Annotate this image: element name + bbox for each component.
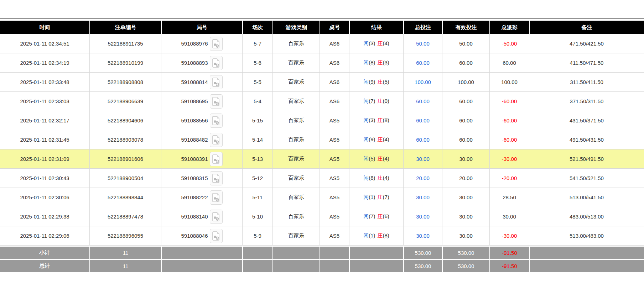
cell-valid-bet: 50.00 [442,34,489,53]
cell-bet-id: 522188896055 [89,226,161,246]
column-header-game-type: 游戏类别 [272,21,320,34]
round-id-text: 591088976 [181,41,208,47]
cell-result: 闲(3)庄(8) [349,111,403,130]
player-result: 闲(1) [363,194,375,200]
cell-game-type: 百家乐 [272,149,320,169]
table-row[interactable]: 2025-01-11 02:31:45 522188903078 5910884… [0,130,644,149]
round-id-text: 591088556 [181,117,208,123]
table-row[interactable]: 2025-01-11 02:34:19 522188910199 5910888… [0,53,644,73]
cell-round-id: 591088976 [161,34,242,53]
video-replay-button[interactable] [210,114,223,128]
banker-result: 庄(4) [378,156,389,162]
summary-count: 11 [89,259,161,272]
cell-time: 2025-01-11 02:29:38 [0,207,89,226]
video-replay-button[interactable] [210,37,223,51]
cell-session: 5-4 [242,92,272,111]
banker-score: (8) [383,117,389,123]
table-row[interactable]: 2025-01-11 02:29:38 522188897478 5910881… [0,207,644,226]
cell-remark: 521.50/491.50 [529,149,644,169]
cell-game-type: 百家乐 [272,34,320,53]
cell-bet-id: 522188903078 [89,130,161,149]
player-result: 闲(3) [363,117,375,123]
cell-round-id: 591088695 [161,92,242,111]
banker-result: 庄(5) [378,79,389,85]
summary-payout: -91.50 [489,259,529,272]
player-label: 闲 [363,117,369,123]
cell-time: 2025-01-11 02:31:45 [0,130,89,149]
table-row[interactable]: 2025-01-11 02:30:06 522188898844 5910882… [0,188,644,207]
banker-result: 庄(3) [378,59,389,65]
video-replay-button[interactable] [210,133,223,147]
player-score: (8) [369,175,375,181]
video-replay-button[interactable] [210,229,223,243]
cell-bet-id: 522188910199 [89,53,161,73]
summary-total-bet: 530.00 [403,259,442,272]
column-header-round-id: 局号 [161,21,242,34]
cell-session: 5-9 [242,226,272,246]
cell-payout: -30.00 [489,149,529,169]
summary-empty [272,246,320,259]
banker-label: 庄 [378,136,383,142]
cell-remark: 431.50/371.50 [529,111,644,130]
cell-bet-id: 522188901606 [89,149,161,169]
cell-session: 5-7 [242,34,272,53]
cell-round-id: 591088046 [161,226,242,246]
video-file-icon [212,116,220,125]
player-result: 闲(8) [363,59,375,65]
summary-empty [242,246,272,259]
video-file-icon [212,58,220,68]
cell-total-bet: 60.00 [403,130,442,149]
column-header-time: 时间 [0,21,89,34]
column-header-session: 场次 [242,21,272,34]
cell-remark: 371.50/311.50 [529,92,644,111]
cell-remark: 513.00/541.50 [529,188,644,207]
round-id-text: 591088222 [181,194,208,200]
cell-game-type: 百家乐 [272,73,320,92]
table-row[interactable]: 2025-01-11 02:30:43 522188900504 5910883… [0,169,644,188]
video-replay-button[interactable] [210,56,223,70]
table-row[interactable]: 2025-01-11 02:33:03 522188906639 5910886… [0,92,644,111]
player-label: 闲 [363,136,369,142]
table-row[interactable]: 2025-01-11 02:32:17 522188904606 5910885… [0,111,644,130]
table-row[interactable]: 2025-01-11 02:31:09 522188901606 5910883… [0,149,644,169]
video-replay-button[interactable] [210,190,223,205]
cell-session: 5-11 [242,188,272,207]
player-score: (9) [369,136,375,142]
video-replay-button[interactable] [210,94,223,109]
cell-time: 2025-01-11 02:30:43 [0,169,89,188]
cell-valid-bet: 30.00 [442,188,489,207]
video-replay-button[interactable] [210,210,223,224]
table-row[interactable]: 2025-01-11 02:33:48 522188908808 5910888… [0,73,644,92]
cell-remark: 411.50/471.50 [529,53,644,73]
cell-valid-bet: 30.00 [442,207,489,226]
summary-empty [320,259,349,272]
table-row[interactable]: 2025-01-11 02:29:06 522188896055 5910880… [0,226,644,246]
cell-time: 2025-01-11 02:33:03 [0,92,89,111]
banker-label: 庄 [378,213,383,219]
banker-score: (7) [383,194,389,200]
cell-valid-bet: 60.00 [442,92,489,111]
banker-result: 庄(0) [378,98,389,104]
round-id-text: 591088695 [181,98,208,104]
banker-label: 庄 [378,156,383,162]
banker-result: 庄(4) [378,136,389,142]
player-label: 闲 [363,79,369,85]
round-id-text: 591088315 [181,175,208,181]
summary-valid-bet: 530.00 [442,259,489,272]
cell-payout: 28.50 [489,188,529,207]
video-replay-button[interactable] [210,152,223,166]
player-label: 闲 [363,213,369,219]
video-replay-button[interactable] [210,171,223,185]
cell-game-type: 百家乐 [272,169,320,188]
video-replay-button[interactable] [210,75,223,89]
column-header-table-no: 桌号 [320,21,349,34]
cell-total-bet: 30.00 [403,188,442,207]
column-header-valid-bet: 有效投注 [442,21,489,34]
cell-table-no: AS5 [320,207,349,226]
cell-time: 2025-01-11 02:34:19 [0,53,89,73]
table-row[interactable]: 2025-01-11 02:34:51 522188911735 5910889… [0,34,644,53]
banker-score: (5) [383,79,389,85]
cell-table-no: AS6 [320,34,349,53]
player-score: (3) [369,117,375,123]
player-result: 闲(7) [363,213,375,219]
